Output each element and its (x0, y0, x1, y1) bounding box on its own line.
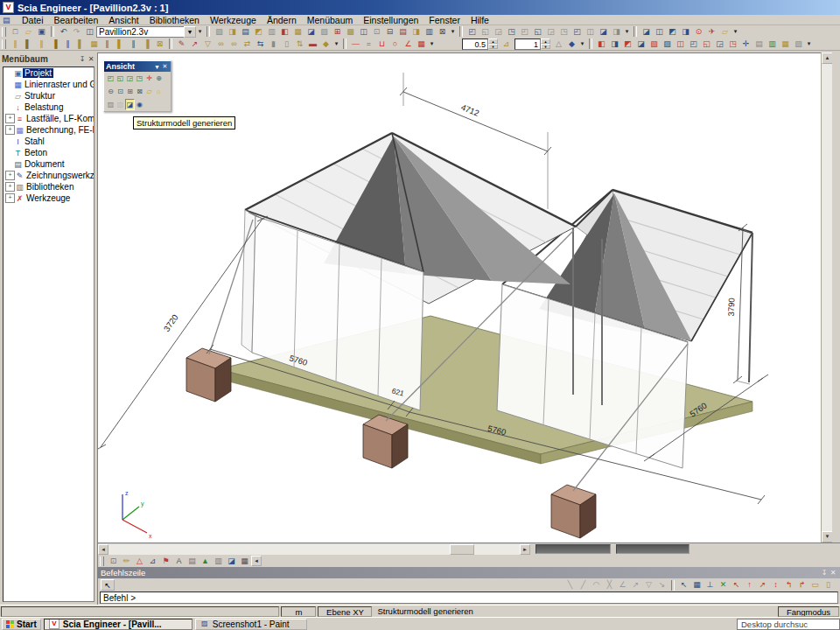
member-tool-icon[interactable]: ⊠ (153, 38, 166, 50)
member-tool-icon[interactable]: ∥ (35, 38, 48, 50)
save-view-icon[interactable]: ▤ (752, 38, 766, 50)
scroll-left-icon[interactable]: ◄ (98, 544, 108, 555)
modify-tool-icon[interactable]: ▬ (306, 38, 319, 50)
close-icon[interactable]: ✕ (161, 63, 169, 70)
modify-tool-icon[interactable]: ⇆ (254, 38, 267, 50)
undo-icon[interactable]: ↶ (57, 26, 70, 38)
more-tools[interactable]: ▾ (196, 28, 204, 35)
menu-einstellungen[interactable]: Einstellungen (358, 15, 424, 25)
tool-icon-icon[interactable]: ◪ (304, 26, 318, 38)
snap-tan-icon[interactable]: ↱ (795, 579, 808, 591)
open-project-icon[interactable]: ▱ (22, 26, 35, 38)
chevron-down-icon[interactable]: ▼ (153, 64, 161, 70)
copy-tool-icon[interactable]: ◩ (666, 26, 679, 38)
link-tool-icon[interactable]: ∞ (228, 38, 241, 50)
tool-icon-icon[interactable]: ▨ (318, 26, 331, 38)
draw-tool-icon[interactable]: ▽ (201, 38, 214, 50)
view-axes-icon[interactable]: ✛ (144, 73, 154, 84)
docked-bar[interactable] (616, 544, 690, 554)
layers-off-icon[interactable]: ▧ (792, 38, 805, 50)
save-project-icon[interactable]: ▣ (35, 26, 48, 38)
grid-spinner[interactable]: 1 ▲▼ (514, 38, 550, 50)
cursor-arrow-icon[interactable]: ↖ (101, 579, 115, 591)
tool-icon-icon[interactable]: ◨ (226, 26, 239, 38)
new-document-icon[interactable]: □ (9, 26, 22, 38)
menu-fenster[interactable]: Fenster (424, 15, 466, 25)
status-snap-mode[interactable]: Fangmodus (778, 606, 839, 617)
member-tool-icon[interactable]: ∥ (61, 38, 74, 50)
scroll-left-icon[interactable]: ◄ (251, 556, 262, 566)
down-arrow-icon[interactable]: ▼ (541, 44, 550, 49)
modify-tool-icon[interactable]: ⇄ (241, 38, 254, 50)
tool-icon-icon[interactable]: ▦ (291, 26, 304, 38)
render-mode-icon[interactable]: ▨ (106, 99, 116, 110)
snap-tri-icon[interactable]: ▽ (642, 579, 655, 591)
scale-value[interactable]: 0.5 (462, 38, 488, 50)
angle-tool-icon[interactable]: ∠ (402, 38, 415, 50)
render-off-icon[interactable]: ▧ (116, 99, 125, 110)
view-icon-icon[interactable]: ◱ (531, 26, 544, 38)
member-tool-icon[interactable]: ▐ (140, 38, 153, 50)
zoom-all-icon[interactable]: ⊞ (125, 86, 135, 97)
generate-structure-icon[interactable]: ◪ (125, 99, 135, 110)
load-tool-icon[interactable]: ◫ (674, 38, 687, 50)
down-arrow-icon[interactable]: ▼ (488, 44, 498, 49)
toolbar-grip[interactable] (2, 39, 6, 49)
view-icon-icon[interactable]: ◫ (584, 26, 597, 38)
member-tool-icon[interactable]: ∥ (127, 38, 140, 50)
polyline-tool-icon[interactable]: = (362, 38, 375, 50)
rect-tool-icon[interactable]: ⊔ (375, 38, 388, 50)
table-tool-icon[interactable]: ▤ (186, 556, 199, 567)
view-icon-icon[interactable]: ◨ (610, 26, 623, 38)
view-parameters-icon[interactable]: ◉ (135, 99, 144, 110)
grid-tool-icon[interactable]: ▦ (238, 556, 251, 567)
draw-tool-icon[interactable]: ✎ (175, 38, 188, 50)
open-folder-icon[interactable]: ▱ (718, 26, 732, 38)
snap-grid-icon[interactable]: ▦ (690, 579, 704, 591)
circle-tool-icon[interactable]: ○ (388, 38, 402, 50)
load-tool-icon[interactable]: ✛ (739, 38, 752, 50)
snap-int-icon[interactable]: ↕ (769, 579, 782, 591)
tool-icon-icon[interactable]: ◫ (357, 26, 370, 38)
status-unit[interactable]: m (281, 606, 316, 617)
chevron-down-icon[interactable]: ▼ (184, 26, 196, 38)
scroll-right-icon[interactable]: ► (520, 544, 530, 555)
expand-icon[interactable]: + (5, 171, 15, 180)
snap-line-icon[interactable]: ╲ (564, 579, 577, 591)
member-tool-icon[interactable]: ∥ (101, 38, 114, 50)
scroll-thumb[interactable] (450, 544, 474, 555)
tool-icon-icon[interactable]: ⊡ (370, 26, 383, 38)
render-tool-icon[interactable]: ◪ (225, 556, 238, 567)
viewport-hscrollbar[interactable] (108, 544, 520, 555)
zoom-out-icon[interactable]: ⊖ (106, 86, 116, 97)
snap-dir-icon[interactable]: ↗ (629, 579, 642, 591)
clipboard-tool-icon[interactable]: ⊡ (107, 556, 120, 567)
expand-icon[interactable]: + (5, 114, 15, 123)
taskbar-item-scia[interactable]: V Scia Engineer - [Pavill... (44, 619, 192, 630)
snap-cursor-icon[interactable]: ↖ (677, 579, 690, 591)
load-tool-icon[interactable]: ▧ (648, 38, 661, 50)
snap-ortho-icon[interactable]: ⊥ (704, 579, 717, 591)
tool-icon-icon[interactable]: ◧ (278, 26, 291, 38)
tree-item-dokument[interactable]: ▤Dokument (4, 158, 94, 170)
menu-bibliotheken[interactable]: Bibliotheken (144, 15, 205, 25)
gallery-icon[interactable]: ◨ (410, 26, 423, 38)
menu--ndern[interactable]: Ändern (262, 15, 302, 25)
member-tool-icon[interactable]: ∥ (9, 38, 22, 50)
snap-frame-icon[interactable]: ▯ (822, 579, 835, 591)
snap-arc-icon[interactable]: ◠ (590, 579, 603, 591)
pin-icon[interactable]: ↧ (78, 55, 87, 63)
project-combobox[interactable]: ▼ (96, 26, 196, 38)
menu-bearbeiten[interactable]: Bearbeiten (49, 15, 104, 25)
spinner-arrows[interactable]: ▲▼ (488, 38, 498, 50)
view-front-icon[interactable]: ◱ (116, 73, 125, 84)
zoom-selection-icon[interactable]: ⊠ (135, 86, 144, 97)
tree-item-zeichnungswerkzeuge[interactable]: +✎Zeichnungswerkzeuge (4, 170, 94, 181)
more-tools[interactable]: ▾ (332, 40, 340, 47)
snap-seg-icon[interactable]: ↘ (655, 579, 668, 591)
print-icon[interactable]: ⊟ (383, 26, 396, 38)
copy-tool-icon[interactable]: ◨ (679, 26, 692, 38)
menu-ansicht[interactable]: Ansicht (103, 15, 144, 25)
menu-hilfe[interactable]: Hilfe (466, 15, 494, 25)
export-view-icon[interactable]: ▥ (766, 38, 779, 50)
